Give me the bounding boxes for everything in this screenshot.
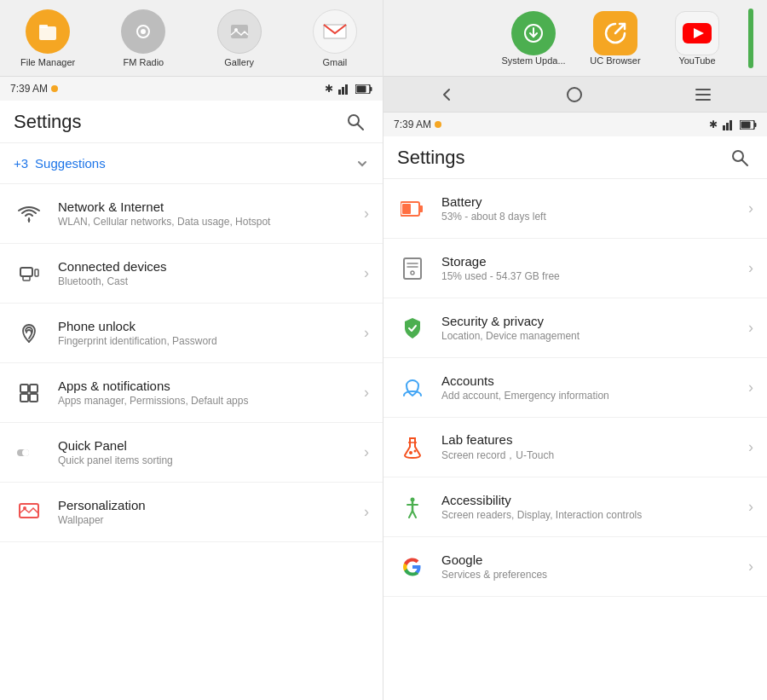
- svg-line-14: [358, 124, 364, 130]
- settings-item-battery[interactable]: Battery 53% - about 8 days left ›: [384, 179, 767, 239]
- right-battery-icon: [740, 120, 757, 130]
- svg-rect-12: [370, 87, 372, 91]
- app-item-uc-browser[interactable]: UC Browser: [581, 11, 649, 66]
- security-subtitle: Location, Device management: [441, 330, 748, 342]
- network-chevron-icon: ›: [364, 205, 369, 223]
- svg-rect-7: [338, 90, 341, 95]
- youtube-label: YouTube: [678, 55, 715, 66]
- google-chevron-icon: ›: [748, 558, 753, 576]
- settings-item-personalization[interactable]: Personalization Wallpaper ›: [0, 483, 383, 542]
- suggestions-label: Suggestions: [35, 156, 106, 171]
- right-search-button[interactable]: [726, 144, 753, 171]
- storage-title: Storage: [441, 254, 748, 269]
- personalization-subtitle: Wallpaper: [58, 514, 364, 526]
- settings-item-network[interactable]: Network & Internet WLAN, Cellular networ…: [0, 184, 383, 244]
- apps-chevron-icon: ›: [364, 384, 369, 402]
- system-update-icon: [511, 11, 556, 55]
- phone-unlock-subtitle: Fingerprint identification, Password: [58, 335, 364, 347]
- quick-panel-icon: [14, 437, 44, 468]
- right-bluetooth-icon: ✱: [709, 119, 718, 130]
- svg-line-57: [409, 511, 412, 518]
- svg-rect-47: [404, 258, 421, 279]
- app-item-file-manager[interactable]: File Manager: [14, 9, 82, 67]
- accessibility-icon: [397, 492, 428, 523]
- svg-rect-18: [35, 269, 38, 276]
- settings-item-accounts[interactable]: Accounts Add account, Emergency informat…: [384, 358, 767, 418]
- system-update-label: System Upda...: [501, 55, 565, 66]
- file-manager-icon: [26, 9, 70, 54]
- right-panel: System Upda... UC Browser YouTube: [384, 0, 767, 700]
- svg-rect-22: [30, 394, 37, 402]
- quick-panel-subtitle: Quick panel items sorting: [58, 454, 364, 466]
- svg-point-52: [409, 451, 412, 454]
- svg-point-53: [414, 449, 417, 452]
- lab-chevron-icon: ›: [748, 438, 753, 456]
- accessibility-title: Accessibility: [441, 493, 748, 507]
- battery-title: Battery: [441, 194, 748, 209]
- svg-rect-9: [345, 84, 348, 95]
- settings-item-accessibility[interactable]: Accessibility Screen readers, Display, I…: [384, 477, 767, 537]
- settings-item-storage[interactable]: Storage 15% used - 54.37 GB free ›: [384, 239, 767, 298]
- connected-icon: [14, 258, 44, 289]
- menu-button[interactable]: [695, 88, 712, 101]
- svg-line-29: [615, 24, 625, 33]
- settings-item-apps[interactable]: Apps & notifications Apps manager, Permi…: [0, 363, 383, 423]
- svg-rect-1: [39, 25, 48, 28]
- left-status-icons: ✱: [325, 83, 372, 95]
- battery-chevron-icon: ›: [748, 200, 753, 217]
- settings-item-google[interactable]: Google Services & preferences ›: [384, 537, 767, 597]
- settings-item-phone-unlock[interactable]: Phone unlock Fingerprint identification,…: [0, 304, 383, 363]
- gmail-icon: [313, 9, 357, 54]
- gallery-icon: [217, 9, 262, 54]
- security-chevron-icon: ›: [748, 319, 753, 337]
- right-settings-title: Settings: [397, 147, 465, 169]
- suggestions-row[interactable]: +3 Suggestions: [0, 143, 383, 184]
- fm-radio-icon: [121, 9, 165, 54]
- left-panel: File Manager FM Radio Gallery: [0, 0, 384, 700]
- google-title: Google: [441, 552, 748, 567]
- home-button[interactable]: [566, 86, 583, 103]
- app-item-gallery[interactable]: Gallery: [205, 9, 274, 67]
- back-button[interactable]: [439, 87, 454, 102]
- right-settings-header: Settings: [384, 136, 767, 179]
- connected-subtitle: Bluetooth, Cast: [58, 275, 364, 287]
- app-item-system-update[interactable]: System Upda...: [499, 11, 568, 66]
- right-app-grid: System Upda... UC Browser YouTube: [384, 0, 767, 77]
- right-status-icons: ✱: [709, 119, 757, 130]
- accessibility-chevron-icon: ›: [748, 498, 753, 516]
- personalization-title: Personalization: [58, 498, 364, 512]
- apps-title: Apps & notifications: [58, 379, 364, 393]
- svg-point-50: [411, 271, 414, 275]
- settings-item-connected[interactable]: Connected devices Bluetooth, Cast ›: [0, 244, 383, 304]
- left-signal-icon: [338, 83, 350, 95]
- lab-subtitle: Screen record，U-Touch: [441, 448, 748, 463]
- svg-rect-0: [39, 26, 56, 40]
- app-item-youtube[interactable]: YouTube: [663, 11, 731, 66]
- svg-rect-40: [741, 121, 751, 128]
- gallery-label: Gallery: [224, 57, 254, 67]
- security-title: Security & privacy: [441, 314, 748, 328]
- apps-subtitle: Apps manager, Permissions, Default apps: [58, 395, 364, 407]
- left-bluetooth-icon: ✱: [325, 83, 333, 95]
- settings-item-lab[interactable]: Lab features Screen record，U-Touch ›: [384, 418, 767, 477]
- svg-rect-37: [726, 123, 729, 130]
- right-notification-dot: [435, 121, 441, 128]
- svg-rect-20: [30, 385, 37, 392]
- svg-point-15: [28, 218, 31, 221]
- svg-rect-11: [357, 85, 366, 92]
- quick-panel-title: Quick Panel: [58, 438, 364, 453]
- uc-browser-icon: [593, 11, 637, 55]
- right-time: 7:39 AM: [394, 119, 431, 130]
- app-item-fm-radio[interactable]: FM Radio: [109, 9, 177, 67]
- settings-item-security[interactable]: Security & privacy Location, Device mana…: [384, 298, 767, 358]
- svg-line-43: [742, 159, 748, 165]
- accessibility-subtitle: Screen readers, Display, Interaction con…: [441, 509, 748, 521]
- file-manager-label: File Manager: [20, 57, 75, 67]
- phone-unlock-title: Phone unlock: [58, 319, 364, 333]
- personalization-icon: [14, 497, 44, 528]
- left-settings-title: Settings: [14, 111, 82, 133]
- settings-item-quick-panel[interactable]: Quick Panel Quick panel items sorting ›: [0, 423, 383, 483]
- left-search-button[interactable]: [342, 108, 369, 136]
- accounts-title: Accounts: [441, 373, 748, 388]
- app-item-gmail[interactable]: Gmail: [301, 9, 369, 67]
